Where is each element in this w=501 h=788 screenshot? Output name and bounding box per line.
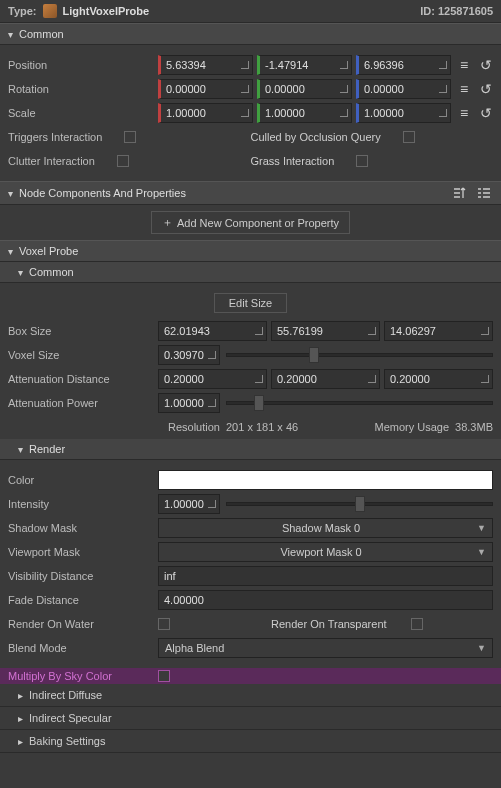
- voxel-size-input[interactable]: [164, 349, 207, 361]
- visibility-input[interactable]: [164, 567, 487, 585]
- scale-y-input[interactable]: [265, 107, 339, 119]
- viewport-mask-dropdown[interactable]: Viewport Mask 0▼: [158, 542, 493, 562]
- edit-size-button[interactable]: Edit Size: [214, 293, 287, 313]
- rotation-y-input[interactable]: [265, 83, 339, 95]
- position-z-input[interactable]: [364, 59, 438, 71]
- position-y-field[interactable]: [257, 55, 352, 75]
- render-transparent-checkbox[interactable]: [411, 618, 423, 630]
- box-size-x-input[interactable]: [164, 325, 254, 337]
- color-label: Color: [8, 474, 158, 486]
- chevron-right-icon: [18, 713, 23, 724]
- scale-label: Scale: [8, 107, 158, 119]
- voxel-size-field[interactable]: [158, 345, 220, 365]
- culled-checkbox[interactable]: [403, 131, 415, 143]
- atten-power-field[interactable]: [158, 393, 220, 413]
- baking-settings-title: Baking Settings: [29, 735, 105, 747]
- rotation-x-field[interactable]: [158, 79, 253, 99]
- rotation-z-field[interactable]: [356, 79, 451, 99]
- reset-icon[interactable]: ↺: [479, 105, 493, 121]
- type-label: Type:: [8, 5, 37, 17]
- chevron-down-icon: ▼: [477, 523, 486, 533]
- render-title: Render: [29, 443, 493, 455]
- scale-x-field[interactable]: [158, 103, 253, 123]
- scale-y-field[interactable]: [257, 103, 352, 123]
- box-size-z-input[interactable]: [390, 325, 480, 337]
- position-z-field[interactable]: [356, 55, 451, 75]
- atten-dist-x-input[interactable]: [164, 373, 254, 385]
- render-water-label: Render On Water: [8, 618, 158, 630]
- rotation-x-input[interactable]: [166, 83, 240, 95]
- section-common-header[interactable]: Common: [0, 23, 501, 45]
- atten-dist-z-field[interactable]: [384, 369, 493, 389]
- slider-handle[interactable]: [309, 347, 319, 363]
- atten-dist-z-input[interactable]: [390, 373, 480, 385]
- slider-handle[interactable]: [355, 496, 365, 512]
- box-size-x-field[interactable]: [158, 321, 267, 341]
- atten-power-slider[interactable]: [226, 401, 493, 405]
- resize-icon: [367, 326, 377, 336]
- rotation-label: Rotation: [8, 83, 158, 95]
- resize-icon: [240, 84, 250, 94]
- box-size-y-input[interactable]: [277, 325, 367, 337]
- triggers-label: Triggers Interaction: [8, 131, 102, 143]
- box-size-z-field[interactable]: [384, 321, 493, 341]
- section-render-header[interactable]: Render: [0, 439, 501, 460]
- intensity-field[interactable]: [158, 494, 220, 514]
- resize-icon: [254, 326, 264, 336]
- intensity-input[interactable]: [164, 498, 207, 510]
- intensity-slider[interactable]: [226, 502, 493, 506]
- resize-icon: [438, 60, 448, 70]
- id-label: ID: 125871605: [420, 5, 493, 17]
- rotation-z-input[interactable]: [364, 83, 438, 95]
- atten-dist-y-field[interactable]: [271, 369, 380, 389]
- section-indirect-specular[interactable]: Indirect Specular: [0, 707, 501, 730]
- box-size-label: Box Size: [8, 325, 158, 337]
- attenuation-power-label: Attenuation Power: [8, 397, 158, 409]
- sort-icon[interactable]: [451, 186, 469, 200]
- visibility-field[interactable]: [158, 566, 493, 586]
- menu-icon[interactable]: ≡: [457, 57, 471, 73]
- section-baking-settings[interactable]: Baking Settings: [0, 730, 501, 753]
- scale-x-input[interactable]: [166, 107, 240, 119]
- blend-mode-dropdown[interactable]: Alpha Blend▼: [158, 638, 493, 658]
- culled-label: Culled by Occlusion Query: [251, 131, 381, 143]
- slider-handle[interactable]: [254, 395, 264, 411]
- position-x-input[interactable]: [166, 59, 240, 71]
- viewport-mask-value: Viewport Mask 0: [165, 546, 477, 558]
- voxel-size-slider[interactable]: [226, 353, 493, 357]
- section-voxel-common-header[interactable]: Common: [0, 262, 501, 283]
- box-size-y-field[interactable]: [271, 321, 380, 341]
- list-icon[interactable]: [475, 186, 493, 200]
- section-indirect-diffuse[interactable]: Indirect Diffuse: [0, 684, 501, 707]
- shadow-mask-dropdown[interactable]: Shadow Mask 0▼: [158, 518, 493, 538]
- triggers-checkbox[interactable]: [124, 131, 136, 143]
- atten-dist-x-field[interactable]: [158, 369, 267, 389]
- resolution-label: Resolution: [168, 421, 220, 433]
- fade-distance-label: Fade Distance: [8, 594, 158, 606]
- menu-icon[interactable]: ≡: [457, 81, 471, 97]
- color-swatch[interactable]: [158, 470, 493, 490]
- fade-input[interactable]: [164, 591, 487, 609]
- fade-field[interactable]: [158, 590, 493, 610]
- position-x-field[interactable]: [158, 55, 253, 75]
- reset-icon[interactable]: ↺: [479, 81, 493, 97]
- reset-icon[interactable]: ↺: [479, 57, 493, 73]
- scale-z-field[interactable]: [356, 103, 451, 123]
- rotation-y-field[interactable]: [257, 79, 352, 99]
- atten-power-input[interactable]: [164, 397, 207, 409]
- add-component-button[interactable]: ＋Add New Component or Property: [151, 211, 350, 234]
- indirect-specular-title: Indirect Specular: [29, 712, 112, 724]
- menu-icon[interactable]: ≡: [457, 105, 471, 121]
- atten-dist-y-input[interactable]: [277, 373, 367, 385]
- viewport-mask-label: Viewport Mask: [8, 546, 158, 558]
- section-node-components-header[interactable]: Node Components And Properties: [0, 181, 501, 205]
- section-voxel-probe-header[interactable]: Voxel Probe: [0, 240, 501, 262]
- position-y-input[interactable]: [265, 59, 339, 71]
- multiply-sky-checkbox[interactable]: [158, 670, 170, 682]
- chevron-right-icon: [18, 736, 23, 747]
- blend-mode-label: Blend Mode: [8, 642, 158, 654]
- scale-z-input[interactable]: [364, 107, 438, 119]
- clutter-checkbox[interactable]: [117, 155, 129, 167]
- render-water-checkbox[interactable]: [158, 618, 170, 630]
- grass-checkbox[interactable]: [356, 155, 368, 167]
